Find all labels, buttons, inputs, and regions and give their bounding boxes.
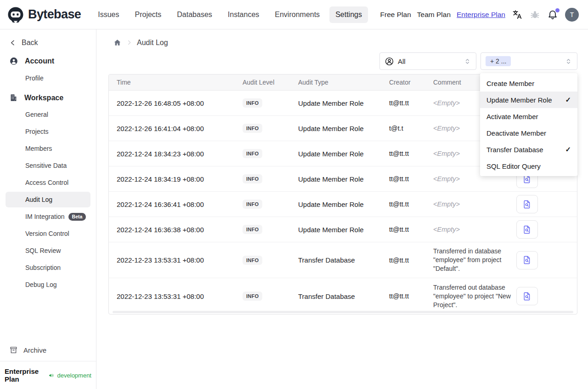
avatar[interactable]: T: [565, 8, 579, 22]
menu-item-transfer-database[interactable]: Transfer Database✓: [480, 141, 577, 158]
time-cell: 2022-12-26 16:48:05 +08:00: [109, 99, 243, 107]
bytebase-logo[interactable]: Bytebase: [6, 6, 81, 24]
audit-type-cell: Update Member Role: [298, 125, 389, 132]
back-label: Back: [22, 39, 38, 47]
column-header-audit-type: Audit Type: [298, 79, 389, 86]
file-search-icon: [522, 292, 532, 301]
sidebar-item-version-control[interactable]: Version Control: [6, 226, 90, 241]
sidebar-item-access-control[interactable]: Access Control: [6, 175, 90, 190]
sidebar-item-audit-log[interactable]: Audit Log: [6, 192, 90, 207]
plan-link-enterprise-plan[interactable]: Enterprise Plan: [457, 11, 505, 19]
user-circle-icon: [9, 57, 18, 66]
audit-type-cell: Update Member Role: [298, 200, 389, 208]
environment-label: development: [57, 372, 91, 379]
audit-type-dropdown-menu: Create MemberUpdate Member Role✓Activate…: [480, 73, 577, 176]
settings-sidebar: Back AccountProfileWorkspaceGeneralProje…: [0, 29, 96, 389]
table-row: 2022-12-24 16:36:38 +08:00INFOUpdate Mem…: [109, 217, 577, 242]
sidebar-item-label: Profile: [25, 74, 44, 82]
nav-left: Bytebase IssuesProjectsDatabasesInstance…: [6, 6, 368, 24]
creator-cell: tt@tt.tt: [389, 99, 433, 107]
menu-item-label: Activate Member: [486, 113, 538, 120]
home-icon[interactable]: [113, 38, 122, 47]
nav-item-instances[interactable]: Instances: [222, 6, 265, 23]
view-log-detail-button[interactable]: [516, 287, 538, 305]
audit-level-cell: INFO: [243, 174, 298, 183]
view-log-detail-button[interactable]: [516, 220, 538, 239]
archive-box-icon: [9, 346, 18, 355]
bytebase-app: Bytebase IssuesProjectsDatabasesInstance…: [0, 0, 588, 389]
bug-report-icon[interactable]: [530, 9, 540, 20]
audit-level-cell: INFO: [243, 200, 298, 209]
sidebar-item-projects[interactable]: Projects: [6, 124, 90, 139]
sidebar-item-subscription[interactable]: Subscription: [6, 260, 90, 275]
creator-cell: tt@tt.tt: [389, 150, 433, 157]
menu-item-sql-editor-query[interactable]: SQL Editor Query: [480, 158, 577, 174]
table-scrollbar[interactable]: [113, 311, 573, 313]
chevron-updown-icon: [464, 57, 471, 65]
check-icon: ✓: [565, 145, 571, 154]
audit-level-cell: INFO: [243, 98, 298, 108]
time-cell: 2022-12-23 13:53:31 +08:00: [109, 256, 243, 264]
menu-item-label: Update Member Role: [486, 96, 552, 104]
file-search-icon: [522, 200, 532, 209]
audit-level-cell: INFO: [243, 124, 298, 133]
info-badge: INFO: [243, 149, 262, 158]
user-circle-icon: [384, 57, 394, 66]
breadcrumb: Audit Log: [96, 29, 588, 47]
audit-type-filter-select[interactable]: + 2 ...: [481, 52, 577, 70]
info-badge: INFO: [243, 225, 262, 234]
creator-filter-select[interactable]: All: [379, 52, 476, 70]
actions-cell: [516, 195, 577, 213]
archive-label: Archive: [23, 346, 46, 354]
menu-item-create-member[interactable]: Create Member: [480, 75, 577, 92]
view-log-detail-button[interactable]: [516, 251, 538, 269]
info-badge: INFO: [243, 174, 262, 183]
creator-filter-value: All: [398, 57, 460, 65]
chevron-left-icon: [9, 39, 17, 46]
file-search-icon: [522, 255, 532, 265]
menu-item-update-member-role[interactable]: Update Member Role✓: [480, 92, 577, 108]
nav-item-environments[interactable]: Environments: [269, 6, 326, 23]
comment-cell: Transferred in database "employee" from …: [433, 247, 516, 273]
speaker-icon: [48, 372, 55, 379]
creator-cell: tt@tt.tt: [389, 292, 433, 300]
table-row: 2022-12-23 13:53:31 +08:00INFOTransfer D…: [109, 278, 577, 314]
sidebar-item-members[interactable]: Members: [6, 141, 90, 156]
sidebar-item-profile[interactable]: Profile: [6, 70, 90, 86]
menu-item-deactivate-member[interactable]: Deactivate Member: [480, 125, 577, 141]
sidebar-section-account: Account: [0, 51, 96, 69]
creator-cell: tt@tt.tt: [389, 200, 433, 208]
sidebar-item-archive[interactable]: Archive: [0, 339, 96, 361]
nav-item-settings[interactable]: Settings: [329, 6, 368, 23]
column-header-audit-level: Audit Level: [243, 79, 298, 86]
back-button[interactable]: Back: [0, 29, 96, 51]
sidebar-item-label: Sensitive Data: [25, 162, 67, 169]
column-header-time: Time: [109, 79, 243, 86]
translate-icon[interactable]: [512, 9, 523, 20]
view-log-detail-button[interactable]: [516, 195, 538, 213]
sidebar-item-label: Version Control: [25, 230, 69, 237]
time-cell: 2022-12-24 18:34:19 +08:00: [109, 175, 243, 183]
comment-cell: <Empty>: [433, 200, 516, 209]
nav-item-databases[interactable]: Databases: [171, 6, 218, 23]
notifications-button[interactable]: [547, 9, 558, 20]
sidebar-item-sql-review[interactable]: SQL Review: [6, 243, 90, 258]
sidebar-item-im-integration[interactable]: IM IntegrationBeta: [6, 209, 90, 224]
nav-item-projects[interactable]: Projects: [129, 6, 168, 23]
sidebar-item-label: SQL Review: [25, 247, 61, 254]
sidebar-item-sensitive-data[interactable]: Sensitive Data: [6, 158, 90, 173]
menu-item-activate-member[interactable]: Activate Member: [480, 108, 577, 125]
sidebar-section-workspace: Workspace: [0, 87, 96, 105]
nav-item-issues[interactable]: Issues: [92, 6, 125, 23]
notification-dot: [555, 8, 560, 12]
info-badge: INFO: [243, 98, 262, 108]
chevron-right-icon: [126, 39, 133, 46]
actions-cell: [516, 220, 577, 239]
plan-link-team-plan: Team Plan: [417, 11, 451, 19]
sidebar-item-general[interactable]: General: [6, 107, 90, 122]
menu-item-label: Transfer Database: [486, 146, 543, 154]
nav-right: Free PlanTeam PlanEnterprise Plan: [380, 8, 579, 22]
sidebar-item-label: IM Integration: [25, 213, 65, 220]
building-icon: [9, 93, 18, 102]
sidebar-item-debug-log[interactable]: Debug Log: [6, 277, 90, 292]
